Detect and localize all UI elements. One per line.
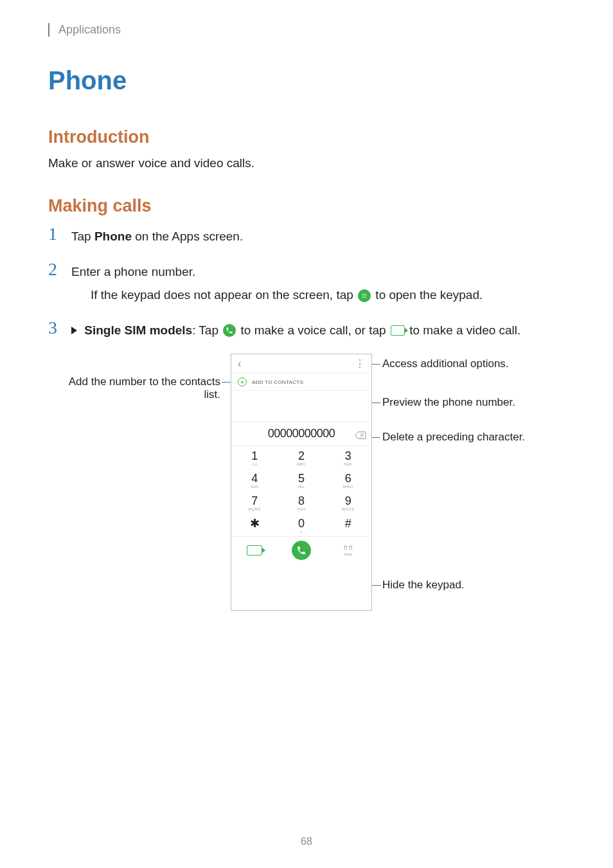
backspace-button[interactable] [355,430,366,438]
intro-text: Make or answer voice and video calls. [48,156,565,170]
key-digit: 9 [324,495,371,507]
keypad-key-5[interactable]: 5JKL [278,469,325,491]
key-digit: ✱ [231,518,278,529]
key-letters: DEF [324,462,371,466]
step-text: : Tap [192,323,222,337]
svg-point-5 [366,295,367,296]
step-text: to make a video call. [409,323,520,337]
keypad-key-3[interactable]: 3DEF [324,446,371,469]
more-options-button[interactable]: ⋮ [355,357,365,370]
step-number: 1 [48,225,71,243]
key-digit: 7 [231,495,278,507]
key-letters: ＱＯ [231,462,278,466]
key-letters: + [278,530,325,534]
section-heading-making-calls: Making calls [48,196,565,216]
svg-point-3 [362,295,364,296]
step-text: Enter a phone number. [71,263,483,282]
key-letters: WXYZ [324,507,371,511]
step-bold: Single SIM models [84,323,192,337]
key-letters: GHI [231,485,278,489]
step-text: to open the keypad. [375,288,483,302]
key-digit: 2 [278,450,325,462]
step-number: 3 [48,319,71,337]
page-number: 68 [0,836,613,847]
keypad-key-9[interactable]: 9WXYZ [324,491,371,514]
breadcrumb: Applications [58,23,565,37]
keypad-key-6[interactable]: 6MNO [324,469,371,491]
number-preview-area [231,391,371,422]
svg-point-8 [366,297,367,298]
video-call-button[interactable] [247,545,262,556]
step-number: 2 [48,260,71,278]
key-letters: JKL [278,485,325,489]
callout-more-options: Access additional options. [382,357,509,370]
step-text: Tap [71,230,94,243]
key-letters: TUV [278,507,325,511]
key-letters: PQRS [231,507,278,511]
callout-hide: Hide the keypad. [382,579,465,592]
keypad-key-0[interactable]: 0+ [278,514,325,536]
step-2: 2 Enter a phone number. If the keypad do… [48,260,565,305]
step-text: to make a voice call, or tap [241,323,389,337]
hide-label: Hide [343,552,353,556]
key-digit: 8 [278,495,325,507]
svg-point-1 [364,294,365,295]
key-digit: # [324,518,371,529]
key-letters: MNO [324,485,371,489]
keypad-key-2[interactable]: 2ABC [278,446,325,469]
figure: Add the number to the contacts list. Acc… [48,354,565,624]
svg-point-7 [364,297,365,298]
key-letters: ABC [278,462,325,466]
callout-preview: Preview the phone number. [382,396,515,409]
call-button[interactable] [292,541,311,560]
back-button[interactable]: ‹ [238,358,241,370]
callout-delete: Delete a preceding character. [382,431,525,444]
svg-point-0 [362,294,364,295]
entered-number: 00000000000 [268,427,335,440]
keypad-key-4[interactable]: 4GHI [231,469,278,491]
step-3: 3 Single SIM models: Tap to make a voice… [48,319,565,340]
svg-point-4 [364,295,365,296]
step-text: on the Apps screen. [132,230,243,243]
key-digit: 0 [278,518,325,529]
svg-point-2 [366,294,367,295]
step-text: If the keypad does not appear on the scr… [91,288,357,302]
keypad-key-#[interactable]: # [324,514,371,536]
add-to-contacts-label: ADD TO CONTACTS [252,379,303,385]
keypad-key-1[interactable]: 1ＱＯ [231,446,278,469]
add-to-contacts-button[interactable]: + ADD TO CONTACTS [231,374,371,391]
key-digit: 1 [231,450,278,462]
triangle-icon [71,327,77,334]
key-digit: 6 [324,473,371,484]
hide-keypad-button[interactable]: ⠿⠿ Hide [343,545,353,556]
dialpad-icon [358,289,371,302]
video-call-icon [391,325,405,336]
call-icon [223,324,236,337]
keypad-key-7[interactable]: 7PQRS [231,491,278,514]
phone-mockup: ‹ ⋮ + ADD TO CONTACTS 00000000000 1ＱＯ2AB… [231,354,372,611]
step-bold: Phone [94,230,132,243]
step-1: 1 Tap Phone on the Apps screen. [48,225,565,246]
plus-icon: + [238,377,247,386]
dialpad-icon: ⠿⠿ [343,545,353,552]
callout-add-contacts: Add the number to the contacts list. [60,375,220,401]
keypad-key-✱[interactable]: ✱ [231,514,278,536]
section-heading-introduction: Introduction [48,127,565,147]
page-title: Phone [48,66,565,95]
key-digit: 4 [231,473,278,484]
keypad-key-8[interactable]: 8TUV [278,491,325,514]
key-digit: 5 [278,473,325,484]
svg-point-6 [362,297,364,298]
key-digit: 3 [324,450,371,462]
